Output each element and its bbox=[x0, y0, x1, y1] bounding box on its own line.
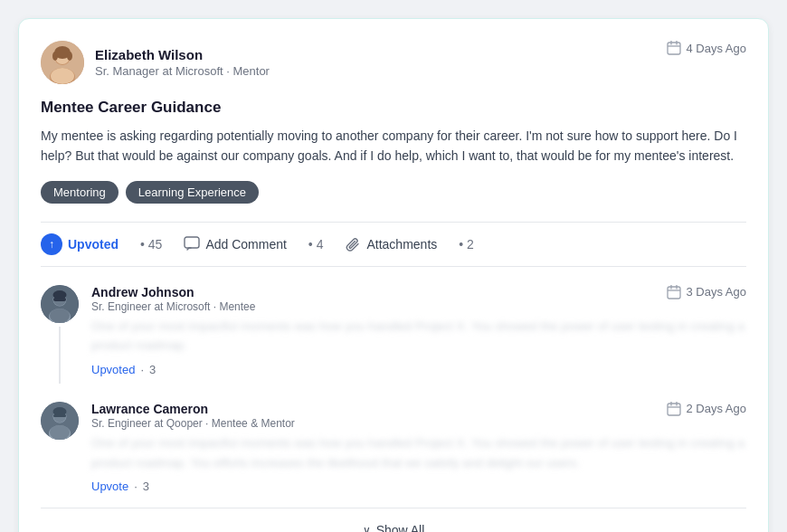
show-all-section: ∨ Show All bbox=[41, 508, 746, 532]
calendar-icon bbox=[667, 285, 681, 299]
post-timestamp: 4 Days Ago bbox=[667, 41, 747, 55]
post-tags: Mentoring Learning Experience bbox=[41, 181, 746, 204]
svg-rect-30 bbox=[53, 414, 66, 417]
comment-header: Lawrance Cameron Sr. Engineer at Qooper … bbox=[91, 402, 746, 430]
tag-learning[interactable]: Learning Experience bbox=[126, 181, 259, 204]
svg-rect-31 bbox=[668, 404, 680, 415]
tag-mentoring[interactable]: Mentoring bbox=[41, 181, 119, 204]
comment-item: Lawrance Cameron Sr. Engineer at Qooper … bbox=[41, 402, 746, 500]
upvote-count: • 45 bbox=[140, 237, 162, 252]
commenter-role: Sr. Engineer at Microsoft · Mentee bbox=[91, 300, 255, 313]
post-body: My mentee is asking regarding potentiall… bbox=[41, 126, 746, 166]
show-all-button[interactable]: ∨ Show All bbox=[41, 523, 746, 532]
author-details: Elizabeth Wilson Sr. Manager at Microsof… bbox=[95, 47, 270, 78]
comment-count: • 4 bbox=[308, 237, 324, 252]
post-header: Elizabeth Wilson Sr. Manager at Microsof… bbox=[41, 41, 746, 84]
comment-body-wrapper: Lawrance Cameron Sr. Engineer at Qooper … bbox=[91, 402, 746, 500]
attachment-count: • 2 bbox=[459, 237, 474, 252]
comment-thread-line bbox=[59, 327, 61, 384]
comment-avatar-col bbox=[41, 285, 79, 384]
post-title: Mentee Career Guidance bbox=[41, 99, 746, 117]
comment-upvote-action[interactable]: Upvote · 3 bbox=[91, 480, 746, 493]
actions-bar: ↑ Upvoted • 45 Add Comment • 4 Attachmen… bbox=[41, 222, 746, 267]
comment-author-avatar bbox=[41, 402, 79, 440]
svg-point-7 bbox=[67, 52, 72, 61]
author-name: Elizabeth Wilson bbox=[95, 47, 270, 62]
comment-text: One of your most impactful moments was h… bbox=[91, 433, 746, 472]
calendar-icon bbox=[667, 402, 681, 416]
comment-avatar-col bbox=[41, 402, 79, 500]
comment-author-avatar bbox=[41, 285, 79, 323]
svg-point-17 bbox=[50, 309, 70, 323]
svg-rect-19 bbox=[53, 298, 66, 301]
post-author-info: Elizabeth Wilson Sr. Manager at Microsof… bbox=[41, 41, 270, 84]
svg-rect-12 bbox=[185, 237, 199, 248]
comment-timestamp: 2 Days Ago bbox=[667, 402, 747, 416]
svg-rect-8 bbox=[668, 43, 680, 54]
comment-timestamp: 3 Days Ago bbox=[667, 285, 747, 299]
comment-item: Andrew Johnson Sr. Engineer at Microsoft… bbox=[41, 285, 746, 384]
comment-text: One of your most impactful moments was h… bbox=[91, 317, 746, 356]
comment-body-wrapper: Andrew Johnson Sr. Engineer at Microsoft… bbox=[91, 285, 746, 384]
comment-icon bbox=[184, 236, 200, 252]
commenter-name: Lawrance Cameron bbox=[91, 402, 295, 416]
author-avatar bbox=[41, 41, 84, 84]
calendar-icon bbox=[667, 41, 681, 55]
upvote-action[interactable]: ↑ Upvoted bbox=[41, 233, 119, 255]
attachment-icon bbox=[345, 236, 361, 252]
comments-section: Andrew Johnson Sr. Engineer at Microsoft… bbox=[41, 285, 746, 500]
commenter-role: Sr. Engineer at Qooper · Mentee & Mentor bbox=[91, 417, 295, 430]
upvote-icon: ↑ bbox=[41, 233, 62, 255]
comment-upvote-action[interactable]: Upvoted · 3 bbox=[91, 363, 746, 376]
chevron-down-icon: ∨ bbox=[363, 524, 371, 532]
post-card: Elizabeth Wilson Sr. Manager at Microsof… bbox=[18, 18, 769, 532]
attachments-action[interactable]: Attachments bbox=[345, 236, 437, 252]
add-comment-action[interactable]: Add Comment bbox=[184, 236, 286, 252]
svg-point-28 bbox=[50, 425, 70, 440]
svg-point-4 bbox=[51, 68, 74, 84]
svg-point-6 bbox=[52, 52, 58, 61]
commenter-name: Andrew Johnson bbox=[91, 285, 255, 299]
svg-rect-20 bbox=[668, 287, 680, 299]
author-role: Sr. Manager at Microsoft · Mentor bbox=[95, 64, 270, 78]
comment-header: Andrew Johnson Sr. Engineer at Microsoft… bbox=[91, 285, 746, 313]
